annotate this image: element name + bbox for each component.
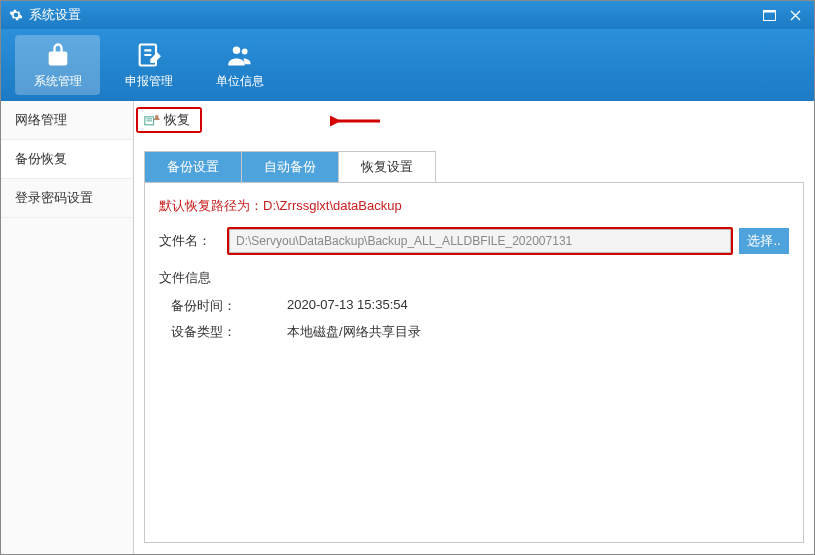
svg-rect-7 <box>146 120 152 121</box>
restore-panel: 默认恢复路径为：D:\Zrrssglxt\dataBackup 文件名： 选择.… <box>144 183 804 543</box>
svg-rect-1 <box>763 10 775 12</box>
file-label: 文件名： <box>159 232 227 250</box>
restore-button-label: 恢复 <box>164 111 190 129</box>
titlebar: 系统设置 <box>1 1 814 29</box>
toolbar-report-management[interactable]: 申报管理 <box>106 35 191 95</box>
file-input-cell <box>229 233 731 248</box>
window: 系统设置 系统管理 申报管理 单位信息 网络管理 备份恢复 登录密码设置 <box>0 0 815 555</box>
backup-time-label: 备份时间： <box>171 297 287 315</box>
svg-point-4 <box>241 48 247 54</box>
document-edit-icon <box>135 41 163 69</box>
svg-point-3 <box>232 46 239 53</box>
file-info-title: 文件信息 <box>159 269 789 287</box>
content: 恢复 备份设置 自动备份 恢复设置 默认恢复路径为：D:\Zrrssglxt\d… <box>134 101 814 554</box>
toolbar-unit-info[interactable]: 单位信息 <box>197 35 282 95</box>
device-type-label: 设备类型： <box>171 323 287 341</box>
backup-time-value: 2020-07-13 15:35:54 <box>287 297 408 315</box>
backup-time-row: 备份时间： 2020-07-13 15:35:54 <box>159 297 789 315</box>
default-restore-path: 默认恢复路径为：D:\Zrrssglxt\dataBackup <box>159 197 789 215</box>
users-icon <box>226 41 254 69</box>
tab-backup-settings[interactable]: 备份设置 <box>144 151 242 182</box>
maximize-icon[interactable] <box>758 7 780 23</box>
close-icon[interactable] <box>784 7 806 23</box>
tab-restore-settings[interactable]: 恢复设置 <box>339 151 436 182</box>
sidebar-item-backup-restore[interactable]: 备份恢复 <box>1 140 133 179</box>
file-row: 文件名： 选择.. <box>159 227 789 255</box>
tab-auto-backup[interactable]: 自动备份 <box>242 151 339 182</box>
lock-icon <box>44 41 72 69</box>
device-type-value: 本地磁盘/网络共享目录 <box>287 323 421 341</box>
restore-button[interactable]: 恢复 <box>138 109 200 131</box>
sidebar-item-network-management[interactable]: 网络管理 <box>1 101 133 140</box>
restore-highlight: 恢复 <box>136 107 202 133</box>
toolbar-label: 系统管理 <box>34 73 82 90</box>
sidebar-item-login-password[interactable]: 登录密码设置 <box>1 179 133 218</box>
device-type-row: 设备类型： 本地磁盘/网络共享目录 <box>159 323 789 341</box>
restore-bar: 恢复 <box>134 101 814 139</box>
svg-rect-6 <box>146 118 152 119</box>
default-path-value: D:\Zrrssglxt\dataBackup <box>263 198 402 213</box>
toolbar: 系统管理 申报管理 单位信息 <box>1 29 814 101</box>
body: 网络管理 备份恢复 登录密码设置 恢复 备份设置 <box>1 101 814 554</box>
restore-icon <box>144 113 160 127</box>
toolbar-label: 单位信息 <box>216 73 264 90</box>
tabs: 备份设置 自动备份 恢复设置 <box>144 151 804 183</box>
sidebar: 网络管理 备份恢复 登录密码设置 <box>1 101 134 554</box>
toolbar-system-management[interactable]: 系统管理 <box>15 35 100 95</box>
default-path-prefix: 默认恢复路径为： <box>159 198 263 213</box>
file-input-highlight <box>227 227 733 255</box>
window-title: 系统设置 <box>29 6 754 24</box>
file-name-input[interactable] <box>229 229 731 253</box>
toolbar-label: 申报管理 <box>125 73 173 90</box>
browse-button[interactable]: 选择.. <box>739 228 789 254</box>
gear-icon <box>9 8 23 22</box>
